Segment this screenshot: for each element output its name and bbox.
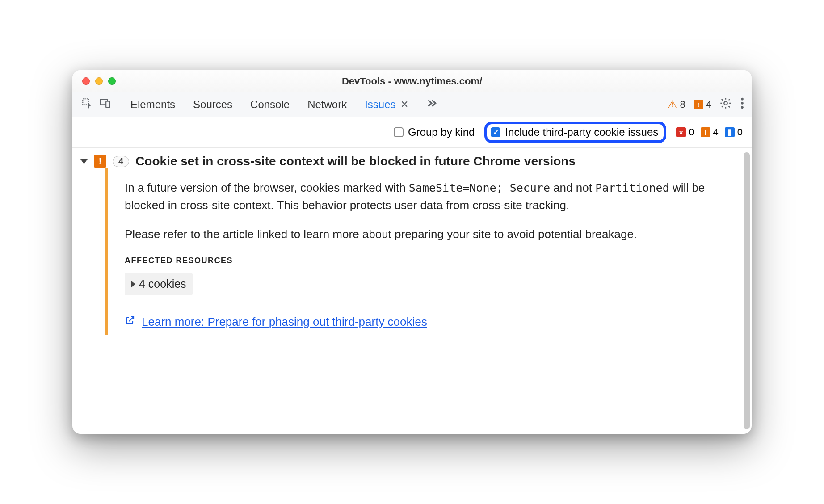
settings-icon[interactable] bbox=[719, 97, 732, 112]
issue-details: In a future version of the browser, cook… bbox=[105, 168, 744, 335]
page-error-icon: × bbox=[676, 127, 686, 137]
issue-title: Cookie set in cross-site context will be… bbox=[135, 154, 576, 168]
issues-filter-bar: Group by kind ✓ Include third-party cook… bbox=[72, 117, 752, 148]
scrollbar-thumb[interactable] bbox=[744, 152, 750, 429]
issue-description-2: Please refer to the article linked to le… bbox=[125, 226, 717, 243]
affected-resources-heading: AFFECTED RESOURCES bbox=[125, 255, 717, 267]
maximize-window-button[interactable] bbox=[108, 77, 116, 85]
devtools-window: DevTools - www.nytimes.com/ Elements Sou… bbox=[72, 70, 752, 434]
breaking-count: 4 bbox=[706, 99, 711, 110]
svg-point-6 bbox=[741, 106, 744, 109]
external-link-icon bbox=[125, 313, 135, 331]
window-title: DevTools - www.nytimes.com/ bbox=[72, 76, 752, 87]
titlebar: DevTools - www.nytimes.com/ bbox=[72, 70, 752, 92]
improvements-count[interactable]: ❚0 bbox=[725, 126, 743, 138]
errors-count: 8 bbox=[680, 99, 685, 110]
tab-network[interactable]: Network bbox=[307, 98, 347, 111]
tab-issues-label: Issues bbox=[365, 98, 395, 111]
breaking-change-icon: ! bbox=[701, 127, 710, 137]
svg-point-5 bbox=[741, 102, 744, 105]
more-options-icon[interactable] bbox=[740, 97, 744, 112]
group-by-kind-checkbox[interactable]: Group by kind bbox=[394, 126, 475, 139]
window-controls bbox=[72, 77, 116, 85]
breaking-changes-count[interactable]: !4 bbox=[701, 126, 719, 138]
code-samesite: SameSite=None; Secure bbox=[409, 181, 550, 194]
svg-point-4 bbox=[741, 98, 744, 101]
collapse-caret-icon[interactable] bbox=[80, 159, 88, 164]
issue-occurrence-count: 4 bbox=[113, 156, 129, 167]
svg-point-3 bbox=[724, 101, 727, 105]
warning-triangle-icon: ⚠ bbox=[668, 98, 677, 111]
issue-kind-counts: ×0 !4 ❚0 bbox=[676, 126, 743, 138]
improvement-icon: ❚ bbox=[725, 127, 735, 137]
more-tabs-icon[interactable] bbox=[426, 97, 438, 112]
breaking-change-icon: ! bbox=[694, 100, 703, 109]
include-third-party-label: Include third-party cookie issues bbox=[505, 126, 658, 139]
close-window-button[interactable] bbox=[82, 77, 90, 85]
affected-cookies-label: 4 cookies bbox=[139, 276, 186, 293]
tab-elements[interactable]: Elements bbox=[130, 98, 175, 111]
issues-badge[interactable]: ! 4 bbox=[694, 99, 711, 110]
issue-header-row[interactable]: ! 4 Cookie set in cross-site context wil… bbox=[80, 154, 744, 168]
device-toolbar-icon[interactable] bbox=[99, 97, 111, 112]
svg-rect-2 bbox=[106, 101, 110, 108]
minimize-window-button[interactable] bbox=[95, 77, 103, 85]
learn-more-row: Learn more: Prepare for phasing out thir… bbox=[125, 313, 717, 331]
code-partitioned: Partitioned bbox=[595, 181, 669, 194]
expand-caret-icon bbox=[131, 281, 135, 288]
page-errors-count[interactable]: ×0 bbox=[676, 126, 694, 138]
checkbox-unchecked-icon bbox=[394, 127, 404, 137]
issues-panel: ! 4 Cookie set in cross-site context wil… bbox=[72, 148, 752, 434]
errors-badge[interactable]: ⚠ 8 bbox=[668, 98, 685, 111]
close-tab-icon[interactable]: ✕ bbox=[400, 99, 408, 110]
tab-sources[interactable]: Sources bbox=[193, 98, 232, 111]
checkbox-checked-icon: ✓ bbox=[491, 127, 500, 137]
affected-cookies-toggle[interactable]: 4 cookies bbox=[125, 273, 193, 295]
inspect-element-icon[interactable] bbox=[81, 97, 93, 112]
tab-issues[interactable]: Issues ✕ bbox=[365, 98, 408, 111]
include-third-party-checkbox[interactable]: ✓ Include third-party cookie issues bbox=[484, 122, 666, 143]
main-toolbar: Elements Sources Console Network Issues … bbox=[72, 92, 752, 117]
learn-more-link[interactable]: Learn more: Prepare for phasing out thir… bbox=[142, 313, 427, 331]
breaking-change-icon: ! bbox=[94, 155, 106, 168]
issue-description-1: In a future version of the browser, cook… bbox=[125, 179, 717, 214]
group-by-kind-label: Group by kind bbox=[408, 126, 475, 139]
tab-console[interactable]: Console bbox=[250, 98, 290, 111]
